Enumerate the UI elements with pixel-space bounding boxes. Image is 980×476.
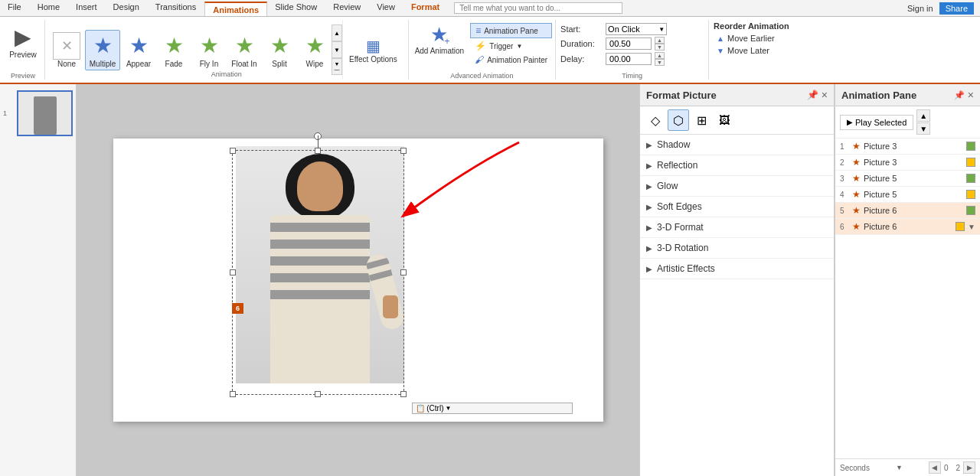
start-dropdown[interactable]: On Click ▼ — [606, 23, 667, 35]
format-section-reflection-header[interactable]: ▶ Reflection — [640, 155, 834, 175]
scroll-down-button[interactable]: ▼ — [332, 41, 342, 58]
anim-fade[interactable]: ★ Fade — [157, 31, 191, 70]
format-section-3d-format-header[interactable]: ▶ 3-D Format — [640, 217, 834, 237]
handle-br[interactable] — [400, 391, 407, 397]
move-earlier-button[interactable]: ▲ Move Earlier — [714, 32, 789, 44]
tab-review[interactable]: Review — [325, 0, 369, 16]
multiple-label: Multiple — [90, 60, 116, 68]
duration-input[interactable] — [606, 37, 652, 50]
anim-pane-close[interactable]: × — [968, 89, 974, 101]
format-tab-fill[interactable]: ◇ — [645, 109, 666, 131]
delay-down-button[interactable]: ▼ — [655, 59, 665, 66]
ribbon-group-animation: ✕ None ★ Multiple ★ Appear ★ Fade — [45, 20, 409, 80]
anim-list-item-6[interactable]: 6 ★ Picture 6 ▼ — [835, 219, 980, 235]
format-tab-picture[interactable]: 🖼 — [714, 109, 735, 131]
share-button[interactable]: Share — [939, 2, 974, 15]
format-section-3d-rotation-header[interactable]: ▶ 3-D Rotation — [640, 238, 834, 258]
format-picture-tabs: ◇ ⬡ ⊞ 🖼 — [640, 106, 834, 135]
tab-home[interactable]: Home — [30, 0, 68, 16]
anim-wipe[interactable]: ★ Wipe — [298, 31, 332, 70]
effect-options-button[interactable]: ▦ Effect Options — [346, 35, 400, 65]
handle-tl[interactable] — [230, 148, 236, 154]
item-1-star: ★ — [852, 141, 861, 152]
animation-pane-header: Animation Pane 📌 × — [835, 84, 980, 106]
format-section-artistic-effects-header[interactable]: ▶ Artistic Effects — [640, 259, 834, 279]
anim-appear[interactable]: ★ Appear — [122, 31, 155, 70]
soft-edges-expand-icon: ▶ — [646, 203, 652, 211]
duration-label: Duration: — [560, 39, 603, 48]
sort-up-button[interactable]: ▲ — [916, 109, 930, 122]
format-section-shadow-header[interactable]: ▶ Shadow — [640, 135, 834, 155]
preview-group-label: Preview — [11, 70, 35, 80]
footer-nav-left[interactable]: ◀ — [929, 461, 941, 474]
anim-list-item-4[interactable]: 4 ★ Picture 5 — [835, 187, 980, 203]
anim-float-in[interactable]: ★ Float In — [227, 31, 261, 70]
sign-in-link[interactable]: Sign in — [907, 4, 933, 13]
preview-button[interactable]: ▶ Preview — [6, 21, 40, 60]
canvas-area[interactable]: 2 3 5 4 6 📋 (Ctrl) ▼ — [77, 84, 639, 476]
tab-file[interactable]: File — [0, 0, 30, 16]
format-section-soft-edges-header[interactable]: ▶ Soft Edges — [640, 197, 834, 217]
tab-transitions[interactable]: Transitions — [148, 0, 204, 16]
handle-bc[interactable] — [315, 391, 321, 397]
move-later-button[interactable]: ▼ Move Later — [714, 44, 789, 57]
anim-none[interactable]: ✕ None — [50, 31, 83, 70]
rotate-handle[interactable] — [314, 132, 322, 140]
anim-list-item-2[interactable]: 2 ★ Picture 3 — [835, 155, 980, 171]
play-selected-button[interactable]: ▶ Play Selected — [840, 115, 913, 130]
animation-pane-button[interactable]: ≡ Animation Pane — [470, 23, 552, 38]
duration-up-button[interactable]: ▲ — [655, 37, 665, 44]
tab-animations[interactable]: Animations — [204, 2, 267, 16]
play-selected-label: Play Selected — [855, 118, 906, 127]
none-label: None — [57, 60, 76, 68]
scroll-up-button[interactable]: ▲ — [332, 24, 342, 41]
paste-ctrl-button[interactable]: 📋 (Ctrl) ▼ — [412, 403, 573, 414]
animation-pane-icon: ≡ — [475, 25, 481, 36]
tab-format[interactable]: Format — [403, 0, 448, 16]
anim-list-item-1[interactable]: 1 ★ Picture 3 — [835, 139, 980, 155]
anim-list-item-5[interactable]: 5 ★ Picture 6 — [835, 203, 980, 219]
float-in-icon: ★ — [230, 32, 258, 60]
footer-seconds-dropdown-icon[interactable]: ▼ — [896, 464, 903, 471]
delay-spinner[interactable]: ▲ ▼ — [655, 52, 665, 66]
start-value: On Click — [608, 24, 640, 34]
anim-pane-pin[interactable]: 📌 — [954, 90, 965, 100]
animation-scroll: ▲ ▼ ▼— — [332, 20, 342, 80]
sort-down-button[interactable]: ▼ — [916, 122, 930, 135]
slide-thumbnail[interactable] — [17, 90, 73, 136]
tab-slideshow[interactable]: Slide Show — [267, 0, 325, 16]
format-section-glow-header[interactable]: ▶ Glow — [640, 176, 834, 196]
tab-design[interactable]: Design — [106, 0, 148, 16]
float-in-label: Float In — [231, 60, 256, 68]
format-panel-pin[interactable]: 📌 — [807, 90, 818, 100]
add-animation-button[interactable]: ★+ Add Animation — [412, 21, 468, 57]
item-6-arrow[interactable]: ▼ — [968, 223, 975, 231]
format-panel-close[interactable]: × — [822, 89, 828, 101]
animation-painter-button[interactable]: 🖌 Animation Painter — [470, 54, 552, 66]
format-tab-effects[interactable]: ⬡ — [668, 109, 689, 131]
trigger-dropdown-icon: ▼ — [516, 43, 522, 50]
anim-fly-in[interactable]: ★ Fly In — [192, 31, 226, 70]
tab-insert[interactable]: Insert — [68, 0, 106, 16]
format-tab-size[interactable]: ⊞ — [691, 109, 712, 131]
delay-input[interactable] — [606, 53, 652, 65]
duration-spinner[interactable]: ▲ ▼ — [655, 37, 665, 51]
anim-split[interactable]: ★ Split — [263, 31, 296, 70]
shadow-label: Shadow — [657, 139, 690, 150]
anim-multiple[interactable]: ★ Multiple — [85, 30, 120, 70]
effect-options-label: Effect Options — [349, 55, 397, 64]
3d-format-expand-icon: ▶ — [646, 223, 652, 232]
effect-options-icon: ▦ — [366, 37, 381, 55]
play-icon: ▶ — [847, 118, 853, 126]
duration-down-button[interactable]: ▼ — [655, 44, 665, 51]
anim-list-item-3[interactable]: 3 ★ Picture 5 — [835, 171, 980, 187]
handle-ml[interactable] — [230, 269, 236, 275]
scroll-more-button[interactable]: ▼— — [332, 58, 342, 75]
tab-view[interactable]: View — [369, 0, 403, 16]
item-3-num: 3 — [840, 174, 849, 183]
trigger-button[interactable]: ⚡ Trigger ▼ — [470, 40, 552, 52]
footer-nav-right[interactable]: ▶ — [963, 461, 975, 474]
search-input[interactable] — [454, 2, 622, 14]
handle-bl[interactable] — [230, 391, 236, 397]
delay-up-button[interactable]: ▲ — [655, 52, 665, 59]
